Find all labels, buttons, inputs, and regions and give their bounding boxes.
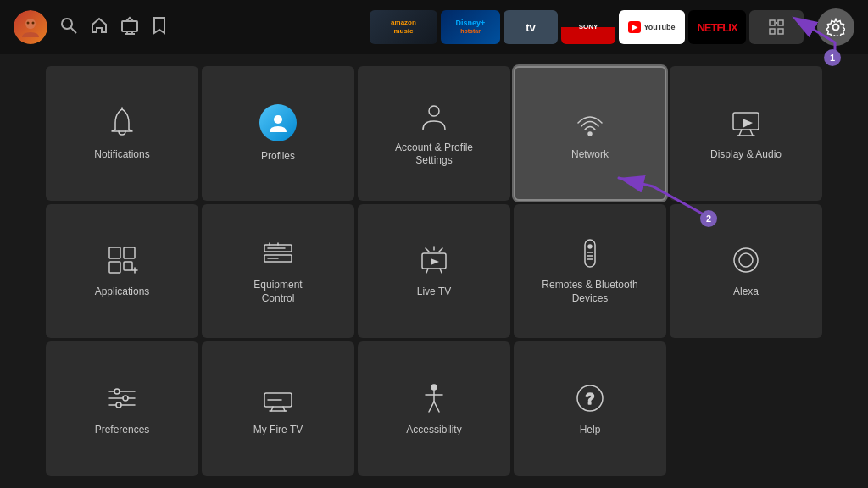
display-audio-tile[interactable]: Display & Audio bbox=[670, 66, 822, 201]
svg-line-5 bbox=[71, 27, 77, 33]
avatar[interactable] bbox=[14, 10, 47, 44]
svg-point-1 bbox=[25, 19, 36, 29]
fire-tv-icon bbox=[261, 381, 295, 415]
svg-point-18 bbox=[274, 115, 282, 124]
help-tile[interactable]: ? Help bbox=[514, 341, 666, 476]
svg-point-41 bbox=[588, 245, 592, 248]
svg-line-61 bbox=[429, 402, 434, 412]
app-icons-bar: amazonmusic Disney+hotstar tv SONY ▶ You… bbox=[370, 10, 804, 44]
bookmark-icon[interactable] bbox=[151, 16, 168, 39]
alexa-icon bbox=[729, 243, 763, 277]
applications-icon bbox=[105, 243, 139, 277]
accessibility-label: Accessibility bbox=[406, 424, 461, 437]
svg-line-22 bbox=[739, 130, 742, 136]
preferences-label: Preferences bbox=[95, 424, 150, 437]
account-settings-label: Account & Profile Settings bbox=[395, 141, 473, 168]
live-tv-label: Live TV bbox=[417, 286, 451, 299]
svg-rect-6 bbox=[122, 21, 137, 31]
settings-button[interactable] bbox=[817, 8, 854, 46]
svg-line-23 bbox=[750, 130, 753, 136]
applications-label: Applications bbox=[95, 286, 150, 299]
my-fire-tv-tile[interactable]: My Fire TV bbox=[202, 341, 354, 476]
svg-point-51 bbox=[123, 396, 128, 401]
svg-rect-27 bbox=[109, 262, 120, 273]
notifications-tile[interactable]: Notifications bbox=[46, 66, 198, 201]
live-tv-icon bbox=[417, 243, 451, 277]
equipment-icon bbox=[261, 236, 295, 270]
my-fire-tv-label: My Fire TV bbox=[253, 424, 303, 437]
notifications-label: Notifications bbox=[94, 148, 149, 162]
help-icon: ? bbox=[573, 381, 607, 415]
svg-rect-10 bbox=[770, 20, 775, 25]
accessibility-tile[interactable]: Accessibility bbox=[358, 341, 510, 476]
alexa-label: Alexa bbox=[733, 286, 759, 299]
search-icon[interactable] bbox=[59, 16, 78, 39]
svg-rect-13 bbox=[778, 29, 783, 34]
help-label: Help bbox=[580, 424, 601, 437]
tv-icon[interactable] bbox=[120, 16, 139, 39]
bell-icon bbox=[105, 106, 139, 140]
display-icon bbox=[729, 106, 763, 140]
alexa-tile[interactable]: Alexa bbox=[670, 204, 822, 339]
account-icon bbox=[417, 99, 451, 133]
profiles-icon bbox=[259, 104, 297, 141]
profiles-label: Profiles bbox=[261, 150, 295, 164]
disney-hotstar-app[interactable]: Disney+hotstar bbox=[441, 10, 500, 44]
svg-point-45 bbox=[734, 248, 758, 272]
home-icon[interactable] bbox=[90, 16, 108, 39]
network-label: Network bbox=[571, 148, 609, 162]
live-tv-tile[interactable]: Live TV bbox=[358, 204, 510, 339]
preferences-tile[interactable]: Preferences bbox=[46, 341, 198, 476]
svg-line-62 bbox=[434, 402, 439, 412]
topbar: amazonmusic Disney+hotstar tv SONY ▶ You… bbox=[0, 0, 868, 54]
remotes-bluetooth-tile[interactable]: Remotes & Bluetooth Devices bbox=[514, 204, 666, 339]
remote-icon bbox=[573, 236, 607, 270]
svg-point-20 bbox=[588, 132, 592, 136]
svg-point-4 bbox=[62, 19, 72, 29]
svg-point-46 bbox=[739, 253, 753, 267]
svg-rect-40 bbox=[585, 240, 595, 267]
display-audio-label: Display & Audio bbox=[710, 148, 782, 162]
svg-rect-26 bbox=[124, 247, 135, 258]
svg-point-58 bbox=[431, 385, 437, 390]
youtube-app[interactable]: ▶ YouTube bbox=[619, 10, 685, 44]
netflix-app[interactable]: NETFLIX bbox=[688, 10, 746, 44]
amazon-music-app[interactable]: amazonmusic bbox=[370, 10, 437, 44]
svg-rect-11 bbox=[778, 20, 783, 25]
svg-text:?: ? bbox=[586, 391, 595, 408]
equipment-control-tile[interactable]: Equipment Control bbox=[202, 204, 354, 339]
wifi-icon bbox=[573, 106, 607, 140]
applications-tile[interactable]: Applications bbox=[46, 204, 198, 339]
svg-point-50 bbox=[114, 389, 120, 394]
preferences-icon bbox=[105, 381, 139, 415]
equipment-control-label: Equipment Control bbox=[253, 279, 302, 305]
svg-point-52 bbox=[116, 402, 121, 408]
accessibility-icon bbox=[417, 381, 451, 415]
network-tile[interactable]: Network bbox=[514, 66, 666, 201]
settings-grid: Notifications Profiles Account & Profile… bbox=[0, 54, 868, 488]
svg-point-2 bbox=[27, 22, 30, 25]
account-profile-settings-tile[interactable]: Account & Profile Settings bbox=[358, 66, 510, 201]
svg-rect-12 bbox=[770, 29, 775, 34]
remotes-bluetooth-label: Remotes & Bluetooth Devices bbox=[542, 279, 637, 305]
svg-point-19 bbox=[429, 106, 439, 116]
svg-point-3 bbox=[32, 22, 35, 25]
svg-rect-25 bbox=[109, 247, 120, 258]
profiles-tile[interactable]: Profiles bbox=[202, 66, 354, 201]
topbar-nav-icons bbox=[59, 16, 168, 39]
svg-rect-28 bbox=[124, 262, 132, 270]
all-apps-grid[interactable] bbox=[749, 10, 804, 44]
sony-app[interactable]: SONY bbox=[561, 10, 615, 44]
svg-point-16 bbox=[833, 25, 839, 30]
tv-app[interactable]: tv bbox=[504, 10, 558, 44]
